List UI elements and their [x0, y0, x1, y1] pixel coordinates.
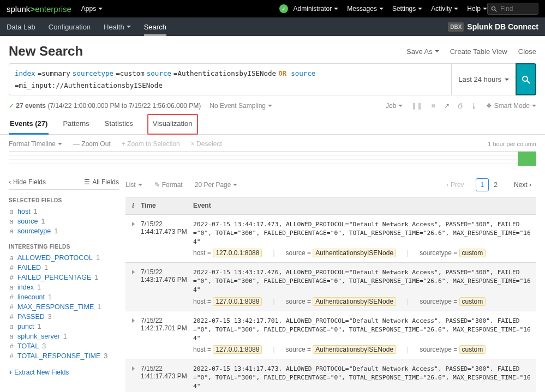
field-name[interactable]: FAILED_PERCENTAGE [17, 274, 91, 281]
field-FAILED_PERCENTAGE[interactable]: #FAILED_PERCENTAGE1 [9, 273, 119, 282]
topbar-administrator-menu[interactable]: Administrator [294, 5, 339, 13]
field-name[interactable]: MAX_RESPONSE_TIME [17, 303, 94, 311]
hide-fields-button[interactable]: ‹ Hide Fields [9, 178, 46, 186]
field-name[interactable]: index [17, 284, 34, 291]
tab-patterns[interactable]: Patterns [62, 114, 90, 134]
svg-line-3 [527, 81, 530, 83]
tab-statistics[interactable]: Statistics [104, 114, 134, 134]
export-icon[interactable]: ⭳ [471, 102, 477, 110]
global-find[interactable] [487, 3, 538, 15]
pager-page-1[interactable]: 1 [476, 178, 489, 191]
event-sampling-menu[interactable]: No Event Sampling [209, 102, 272, 110]
field-host[interactable]: ahost1 [9, 207, 119, 216]
field-type-icon: # [9, 264, 14, 272]
expand-event-toggle[interactable] [125, 359, 141, 392]
run-search-button[interactable] [516, 63, 536, 95]
meta-source[interactable]: AuthenticationsbyISENode [313, 249, 396, 257]
col-time-header[interactable]: Time [141, 197, 193, 214]
close-link[interactable]: Close [518, 47, 536, 56]
field-PASSED[interactable]: #PASSED3 [9, 312, 119, 322]
nav-data-lab[interactable]: Data Lab [7, 23, 35, 31]
field-linecount[interactable]: #linecount1 [9, 292, 119, 302]
create-table-view-link[interactable]: Create Table View [450, 47, 507, 56]
field-name[interactable]: host [17, 208, 31, 215]
topbar-settings-menu[interactable]: Settings [392, 5, 422, 13]
expand-event-toggle[interactable] [125, 311, 141, 359]
extract-new-fields-link[interactable]: + Extract New Fields [9, 369, 69, 376]
pause-icon: ❚❚ [411, 102, 422, 110]
per-page-menu[interactable]: 20 Per Page [195, 181, 238, 189]
pager-next[interactable]: Next › [509, 178, 536, 191]
field-type-icon: a [9, 227, 14, 235]
field-count: 1 [38, 323, 41, 330]
nav-health[interactable]: Health [104, 23, 131, 31]
save-as-menu[interactable]: Save As [406, 47, 439, 56]
all-fields-button[interactable]: ☰ All Fields [84, 178, 119, 186]
event-meta: host = 127.0.0.1:8088|source = Authentic… [193, 346, 534, 353]
pager-page-2[interactable]: 2 [489, 178, 502, 191]
field-source[interactable]: asource1 [9, 216, 119, 226]
job-menu[interactable]: Job [386, 102, 403, 110]
search-input[interactable]: index=summary sourcetype=custom source=A… [9, 63, 451, 95]
topbar-activity-menu[interactable]: Activity [431, 5, 458, 13]
apps-menu[interactable]: Apps [81, 5, 103, 13]
tab-events[interactable]: Events (27) [9, 114, 49, 135]
meta-source[interactable]: AuthenticationsbyISENode [313, 297, 396, 306]
list-format-menu[interactable]: List [125, 181, 142, 189]
timeline-bar[interactable] [518, 152, 536, 166]
event-raw[interactable]: 2022-07-15 13:42:17.701, ALLOWED_PROTOCO… [193, 317, 534, 342]
meta-sourcetype[interactable]: custom [459, 345, 486, 354]
field-name[interactable]: TOTAL_RESPONSE_TIME [17, 352, 100, 360]
zoom-out-button[interactable]: — Zoom Out [73, 140, 111, 148]
field-name[interactable]: sourcetype [17, 227, 51, 235]
field-name[interactable]: linecount [17, 293, 45, 301]
meta-sourcetype[interactable]: custom [459, 297, 486, 306]
event-raw[interactable]: 2022-07-15 13:43:17.476, ALLOWED_PROTOCO… [193, 268, 534, 294]
svg-point-0 [492, 7, 495, 10]
field-name[interactable]: TOTAL [17, 342, 39, 350]
meta-host[interactable]: 127.0.0.1:8088 [213, 297, 262, 306]
svg-point-2 [523, 76, 528, 81]
nav-configuration[interactable]: Configuration [49, 23, 91, 31]
field-name[interactable]: FAILED [17, 264, 41, 272]
print-icon[interactable]: ⎙ [458, 102, 462, 110]
field-ALLOWED_PROTOCOL[interactable]: aALLOWED_PROTOCOL1 [9, 253, 119, 263]
health-status-icon[interactable]: ✓ [279, 4, 288, 13]
expand-event-toggle[interactable] [125, 263, 141, 310]
field-name[interactable]: ALLOWED_PROTOCOL [17, 254, 93, 262]
format-timeline-menu[interactable]: Format Timeline [9, 140, 62, 148]
event-raw[interactable]: 2022-07-15 13:44:17.473, ALLOWED_PROTOCO… [193, 220, 534, 246]
nav-search[interactable]: Search [144, 23, 166, 36]
interesting-fields-heading: INTERESTING FIELDS [9, 244, 119, 250]
share-icon[interactable]: ↗ [444, 102, 450, 110]
field-MAX_RESPONSE_TIME[interactable]: #MAX_RESPONSE_TIME1 [9, 302, 119, 312]
field-TOTAL_RESPONSE_TIME[interactable]: #TOTAL_RESPONSE_TIME3 [9, 351, 119, 361]
field-name[interactable]: punct [17, 323, 34, 330]
smart-mode-menu[interactable]: ❖ Smart Mode [486, 102, 536, 110]
field-TOTAL[interactable]: #TOTAL3 [9, 341, 119, 351]
field-type-icon: # [9, 352, 14, 360]
topbar-messages-menu[interactable]: Messages [347, 5, 384, 13]
field-name[interactable]: PASSED [17, 313, 45, 321]
field-punct[interactable]: apunct1 [9, 322, 119, 331]
chevron-right-icon [132, 222, 135, 226]
format-button[interactable]: ✎ Format [154, 181, 183, 189]
field-name[interactable]: source [17, 218, 38, 225]
field-name[interactable]: splunk_server [17, 333, 60, 340]
stop-icon: ■ [431, 102, 435, 110]
event-raw[interactable]: 2022-07-15 13:41:17.473, ALLOWED_PROTOCO… [193, 365, 534, 390]
meta-host[interactable]: 127.0.0.1:8088 [213, 345, 262, 354]
field-sourcetype[interactable]: asourcetype1 [9, 226, 119, 236]
field-index[interactable]: aindex1 [9, 282, 119, 292]
meta-source[interactable]: AuthenticationsbyISENode [313, 345, 396, 354]
expand-event-toggle[interactable] [125, 215, 141, 262]
timeline-chart[interactable] [9, 151, 536, 166]
topbar-help-menu[interactable]: Help [467, 5, 487, 13]
field-FAILED[interactable]: #FAILED1 [9, 263, 119, 273]
meta-sourcetype[interactable]: custom [459, 249, 486, 257]
find-input[interactable] [499, 4, 532, 13]
time-range-picker[interactable]: Last 24 hours [451, 63, 516, 95]
field-splunk_server[interactable]: asplunk_server1 [9, 331, 119, 341]
tab-visualization[interactable]: Visualization [147, 114, 198, 135]
meta-host[interactable]: 127.0.0.1:8088 [213, 249, 262, 257]
